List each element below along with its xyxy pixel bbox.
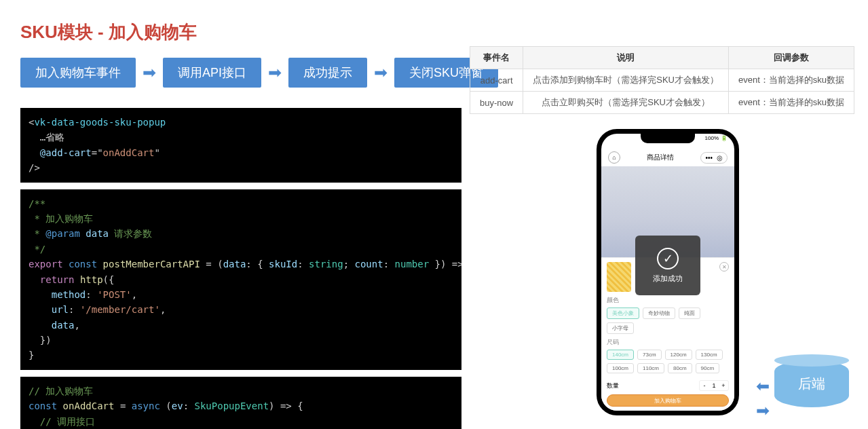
arrow-icon: ➡ bbox=[268, 63, 282, 82]
code-block-api: /** * 加入购物车 * @param data 请求参数 */ export… bbox=[20, 189, 461, 370]
arrow-right-icon: ➡ bbox=[756, 401, 770, 420]
table-row: add-cart 点击添加到购物车时（需选择完SKU才会触发） event：当前… bbox=[470, 69, 854, 92]
sku-option[interactable]: 奇妙动物 bbox=[643, 307, 675, 319]
status-bar: 100%🔋 bbox=[705, 135, 728, 141]
th-desc: 说明 bbox=[523, 47, 729, 69]
home-icon[interactable]: ⌂ bbox=[608, 151, 620, 164]
phone-header: ⌂ 商品详情 ••• ◎ bbox=[601, 149, 734, 166]
qty-label: 数量 bbox=[607, 381, 619, 390]
arrow-icon: ➡ bbox=[374, 63, 388, 82]
sku-option[interactable]: 100cm bbox=[607, 363, 634, 373]
event-table: 事件名 说明 回调参数 add-cart 点击添加到购物车时（需选择完SKU才会… bbox=[470, 46, 854, 114]
flow-step: 加入购物车事件 bbox=[20, 58, 136, 88]
arrow-icon: ➡ bbox=[143, 63, 156, 82]
th-event: 事件名 bbox=[470, 47, 523, 69]
code-block-template: <vk-data-goods-sku-popup …省略 @add-cart="… bbox=[20, 108, 461, 183]
code-block-handler: // 加入购物车 const onAddCart = async (ev: Sk… bbox=[20, 377, 461, 429]
th-callback: 回调参数 bbox=[728, 47, 854, 69]
backend-cylinder: 后端 bbox=[774, 360, 849, 407]
backend-arrows: ⬅ ➡ bbox=[756, 377, 770, 420]
sku-option[interactable]: 小字母 bbox=[607, 322, 634, 334]
size-label: 尺码 bbox=[607, 338, 729, 347]
flow-step: 调用API接口 bbox=[163, 58, 261, 88]
toast: ✓ 添加成功 bbox=[635, 236, 700, 295]
sku-option[interactable]: 140cm bbox=[607, 350, 634, 360]
sku-option[interactable]: 130cm bbox=[696, 350, 723, 360]
close-icon[interactable]: ✕ bbox=[719, 262, 729, 272]
qty-value: 1 bbox=[709, 381, 719, 390]
table-row: buy-now 点击立即购买时（需选择完SKU才会触发） event：当前选择的… bbox=[470, 92, 854, 114]
add-cart-button[interactable]: 加入购物车 bbox=[607, 394, 729, 407]
check-icon: ✓ bbox=[657, 248, 679, 269]
color-label: 颜色 bbox=[607, 296, 729, 305]
sku-option[interactable]: 120cm bbox=[665, 350, 692, 360]
sku-option[interactable]: 纯面 bbox=[679, 307, 700, 319]
sku-option[interactable]: 110cm bbox=[637, 363, 664, 373]
minus-button[interactable]: - bbox=[700, 381, 709, 390]
arrow-left-icon: ⬅ bbox=[756, 377, 770, 396]
sku-option[interactable]: 美色小象 bbox=[607, 307, 639, 319]
phone-title: 商品详情 bbox=[647, 153, 674, 162]
quantity-stepper[interactable]: - 1 + bbox=[699, 380, 729, 391]
sku-option[interactable]: 90cm bbox=[696, 363, 720, 373]
sku-option[interactable]: 80cm bbox=[668, 363, 692, 373]
toast-text: 添加成功 bbox=[653, 274, 683, 284]
phone-notch bbox=[641, 134, 695, 143]
phone-mockup: 100%🔋 ⌂ 商品详情 ••• ◎ ✓ 添加成功 ✕ 颜色 美色小象 奇妙动物… bbox=[597, 129, 739, 415]
more-icon[interactable]: ••• bbox=[705, 154, 713, 162]
target-icon[interactable]: ◎ bbox=[717, 154, 723, 162]
plus-button[interactable]: + bbox=[719, 381, 728, 390]
code-area: <vk-data-goods-sku-popup …省略 @add-cart="… bbox=[20, 108, 461, 429]
flow-step: 成功提示 bbox=[288, 58, 367, 88]
sku-thumbnail bbox=[607, 262, 631, 292]
sku-option[interactable]: 73cm bbox=[637, 350, 662, 360]
